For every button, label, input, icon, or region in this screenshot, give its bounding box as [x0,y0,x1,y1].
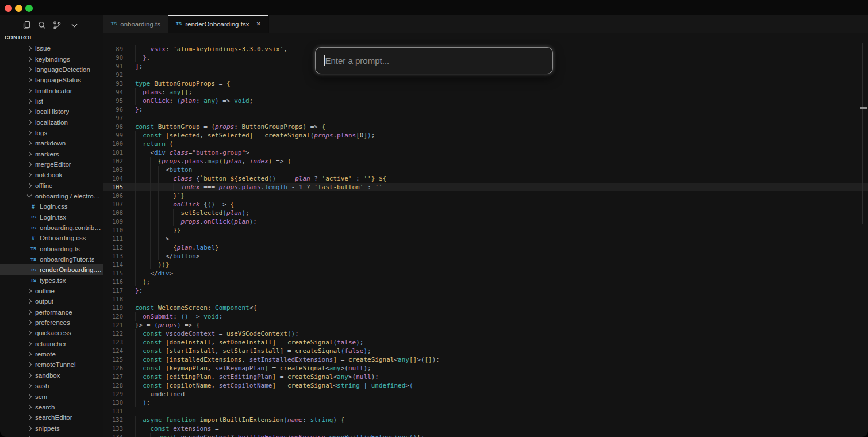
tree-folder-languageStatus[interactable]: languageStatus [0,75,103,85]
line-number: 118 [103,295,123,304]
close-icon[interactable]: ✕ [256,21,260,27]
code-line-118: 118 [103,295,868,304]
traffic-light-minimize[interactable] [15,5,22,12]
tree-item-label: onboarding.ts [40,246,80,252]
indent-guide [150,157,158,166]
code-line-125: 125const [installedExtensions, setInstal… [103,355,868,364]
tree-folder-performance[interactable]: performance [0,307,103,317]
chevron-right-icon [25,160,33,168]
line-number: 126 [103,364,123,373]
indent-guide [150,226,158,235]
tree-folder-issue[interactable]: issue [0,43,103,53]
tree-folder-localHistory[interactable]: localHistory [0,106,103,117]
chevron-right-icon [25,66,33,74]
code-text: const [installedExtensions, setInstalled… [135,355,440,364]
tree-folder-onboarding / electron-...[interactable]: onboarding / electron-... [0,191,103,201]
indent-guide [143,260,150,269]
tree-folder-notebook[interactable]: notebook [0,170,103,180]
tree-folder-localization[interactable]: localization [0,117,103,127]
chevron-right-icon [25,413,33,421]
tree-file-Onboarding.css[interactable]: #Onboarding.css [0,233,103,243]
tree-folder-languageDetection[interactable]: languageDetection [0,64,103,75]
tree-folder-markers[interactable]: markers [0,148,103,159]
tree-folder-relauncher[interactable]: relauncher [0,339,103,349]
tree-folder-offline[interactable]: offline [0,180,103,190]
tree-item-label: localization [35,119,68,126]
indent-guide [143,157,150,166]
indent-guide [143,200,150,209]
files-icon[interactable] [20,18,33,32]
tree-folder-output[interactable]: output [0,296,103,306]
tree-file-onboardingTutor.ts[interactable]: TSonboardingTutor.ts [0,254,103,264]
tree-folder-logs[interactable]: logs [0,128,103,138]
code-text: return ( [135,140,173,148]
tree-file-onboarding.contribu...[interactable]: TSonboarding.contribu... [0,223,103,233]
code-line-115: 115</div> [103,269,868,278]
code-text: {plan.label} [135,243,219,252]
code-line-121: 121}> = (props) => { [103,321,868,329]
tree-folder-list[interactable]: list [0,96,103,106]
indent-guide [135,433,143,437]
traffic-light-close[interactable] [5,5,12,12]
prompt-input[interactable]: Enter a prompt... [315,47,553,74]
indent-guide [158,183,166,191]
tab-renderOnboarding.tsx[interactable]: TSrenderOnboarding.tsx✕ [168,15,269,33]
code-text: const [doneInstall, setDoneInstall] = cr… [135,338,363,347]
tree-folder-search[interactable]: search [0,402,103,412]
search-icon[interactable] [35,18,49,32]
code-text: }; [135,105,143,114]
tree-folder-keybindings[interactable]: keybindings [0,53,103,64]
code-text: const extensions = [135,424,219,433]
tab-onboarding.ts[interactable]: TSonboarding.ts [103,15,168,33]
chevron-right-icon [25,287,33,295]
code-line-122: 122const vscodeContext = useVSCodeContex… [103,329,868,338]
indent-guide [135,174,143,183]
tree-folder-[interactable] [0,434,103,437]
tree-item-label: logs [35,129,47,136]
indent-guide [143,269,150,278]
tree-folder-snippets[interactable]: snippets [0,423,103,433]
code-text: index === props.plans.length - 1 ? 'last… [135,183,383,191]
line-number: 125 [103,355,123,364]
tree-item-label: outline [35,288,55,294]
tree-file-types.tsx[interactable]: TStypes.tsx [0,275,103,286]
ts-file-icon: TS [29,246,38,251]
tree-file-onboarding.ts[interactable]: TSonboarding.ts [0,244,103,254]
tab-label: onboarding.ts [120,21,160,28]
tree-folder-sandbox[interactable]: sandbox [0,370,103,381]
code-text: </div> [135,269,173,278]
indent-guide [150,174,158,183]
indent-guide [135,269,143,278]
tree-folder-mergeEditor[interactable]: mergeEditor [0,159,103,170]
tree-folder-remote[interactable]: remote [0,349,103,359]
tree-folder-quickaccess[interactable]: quickaccess [0,328,103,338]
chevron-right-icon [25,371,33,379]
code-editor[interactable]: 89vsix: 'atom-keybindings-3.3.0.vsix',90… [103,33,868,437]
line-number: 113 [103,252,123,260]
traffic-light-zoom[interactable] [25,5,33,12]
indent-guide [173,217,180,226]
tree-folder-searchEditor[interactable]: searchEditor [0,412,103,423]
tree-folder-sash[interactable]: sash [0,381,103,391]
tree-folder-markdown[interactable]: markdown [0,138,103,148]
code-line-129: 129undefined [103,390,868,398]
active-view-underline [20,33,33,33]
sidebar: CONTROL issuekeybindingslanguageDetectio… [0,15,103,437]
code-line-114: 114))} [103,260,868,269]
code-text: ]; [135,62,143,71]
line-number: 119 [103,304,123,312]
tree-file-Login.css[interactable]: #Login.css [0,201,103,212]
chevron-down-icon[interactable] [67,18,81,32]
tree-folder-remoteTunnel[interactable]: remoteTunnel [0,359,103,370]
chevron-right-icon [25,297,33,305]
tree-file-Login.tsx[interactable]: TSLogin.tsx [0,212,103,223]
tree-file-renderOnboarding.tsx[interactable]: TSrenderOnboarding.tsx [0,264,103,275]
tree-folder-outline[interactable]: outline [0,286,103,296]
tree-folder-preferences[interactable]: preferences [0,317,103,328]
tree-folder-scm[interactable]: scm [0,391,103,401]
source-control-icon[interactable] [50,18,64,32]
scrollbar-track[interactable] [862,43,863,224]
tree-item-label: localHistory [35,108,69,115]
tree-folder-limitIndicator[interactable]: limitIndicator [0,85,103,95]
code-text: {props.plans.map((plan, index) => ( [135,157,291,166]
